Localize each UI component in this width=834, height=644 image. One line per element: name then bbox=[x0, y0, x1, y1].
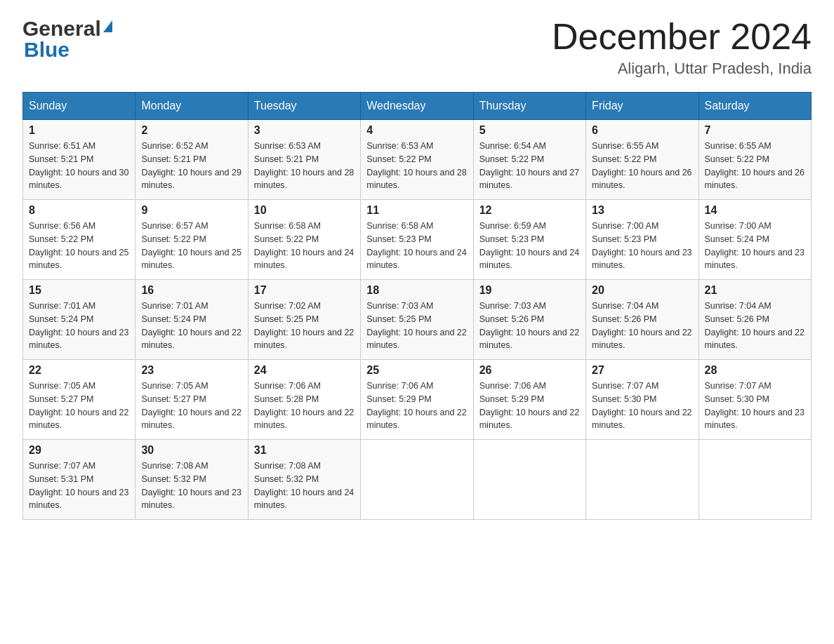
calendar-subtitle: Aligarh, Uttar Pradesh, India bbox=[552, 60, 812, 78]
calendar-table: SundayMondayTuesdayWednesdayThursdayFrid… bbox=[22, 92, 812, 520]
day-info: Sunrise: 7:05 AMSunset: 5:27 PMDaylight:… bbox=[141, 380, 241, 432]
day-info: Sunrise: 6:55 AMSunset: 5:22 PMDaylight:… bbox=[592, 140, 692, 192]
calendar-cell: 16Sunrise: 7:01 AMSunset: 5:24 PMDayligh… bbox=[135, 280, 248, 360]
day-number: 26 bbox=[479, 364, 580, 377]
calendar-cell: 31Sunrise: 7:08 AMSunset: 5:32 PMDayligh… bbox=[248, 440, 360, 520]
calendar-cell: 5Sunrise: 6:54 AMSunset: 5:22 PMDaylight… bbox=[473, 120, 585, 200]
day-number: 30 bbox=[141, 444, 241, 457]
calendar-cell bbox=[473, 440, 585, 520]
day-info: Sunrise: 7:08 AMSunset: 5:32 PMDaylight:… bbox=[254, 459, 355, 512]
day-number: 6 bbox=[592, 124, 692, 137]
page-header: General Blue December 2024 Aligarh, Utta… bbox=[22, 17, 812, 78]
calendar-cell: 4Sunrise: 6:53 AMSunset: 5:22 PMDaylight… bbox=[361, 120, 473, 200]
weekday-header-row: SundayMondayTuesdayWednesdayThursdayFrid… bbox=[23, 93, 812, 120]
calendar-cell bbox=[699, 440, 811, 520]
calendar-week-row: 15Sunrise: 7:01 AMSunset: 5:24 PMDayligh… bbox=[23, 280, 812, 360]
calendar-cell: 27Sunrise: 7:07 AMSunset: 5:30 PMDayligh… bbox=[586, 360, 699, 440]
day-info: Sunrise: 7:00 AMSunset: 5:24 PMDaylight:… bbox=[705, 220, 805, 272]
day-info: Sunrise: 7:08 AMSunset: 5:32 PMDaylight:… bbox=[141, 459, 241, 512]
logo-general: General bbox=[22, 17, 101, 41]
calendar-cell: 25Sunrise: 7:06 AMSunset: 5:29 PMDayligh… bbox=[361, 360, 473, 440]
day-number: 11 bbox=[366, 204, 467, 217]
calendar-cell: 15Sunrise: 7:01 AMSunset: 5:24 PMDayligh… bbox=[23, 280, 135, 360]
calendar-cell: 10Sunrise: 6:58 AMSunset: 5:22 PMDayligh… bbox=[248, 200, 360, 280]
calendar-week-row: 29Sunrise: 7:07 AMSunset: 5:31 PMDayligh… bbox=[23, 440, 812, 520]
day-number: 10 bbox=[254, 204, 355, 217]
day-info: Sunrise: 6:59 AMSunset: 5:23 PMDaylight:… bbox=[479, 220, 580, 272]
day-number: 3 bbox=[254, 124, 355, 137]
day-number: 31 bbox=[254, 444, 355, 457]
day-number: 16 bbox=[141, 284, 241, 297]
day-number: 19 bbox=[479, 284, 580, 297]
calendar-cell: 1Sunrise: 6:51 AMSunset: 5:21 PMDaylight… bbox=[23, 120, 135, 200]
weekday-header-saturday: Saturday bbox=[699, 93, 811, 120]
day-info: Sunrise: 7:01 AMSunset: 5:24 PMDaylight:… bbox=[141, 300, 241, 352]
day-info: Sunrise: 7:00 AMSunset: 5:23 PMDaylight:… bbox=[592, 220, 692, 272]
calendar-cell: 13Sunrise: 7:00 AMSunset: 5:23 PMDayligh… bbox=[586, 200, 699, 280]
calendar-cell: 26Sunrise: 7:06 AMSunset: 5:29 PMDayligh… bbox=[473, 360, 585, 440]
weekday-header-thursday: Thursday bbox=[473, 93, 585, 120]
logo-triangle-icon bbox=[103, 20, 112, 32]
calendar-title: December 2024 bbox=[552, 17, 812, 57]
day-info: Sunrise: 7:03 AMSunset: 5:26 PMDaylight:… bbox=[479, 300, 580, 352]
day-number: 20 bbox=[592, 284, 692, 297]
calendar-cell: 17Sunrise: 7:02 AMSunset: 5:25 PMDayligh… bbox=[248, 280, 360, 360]
day-info: Sunrise: 6:58 AMSunset: 5:22 PMDaylight:… bbox=[254, 220, 355, 272]
day-number: 27 bbox=[592, 364, 692, 377]
day-info: Sunrise: 7:07 AMSunset: 5:30 PMDaylight:… bbox=[592, 380, 692, 432]
day-number: 22 bbox=[29, 364, 129, 377]
calendar-cell: 28Sunrise: 7:07 AMSunset: 5:30 PMDayligh… bbox=[699, 360, 811, 440]
day-info: Sunrise: 6:58 AMSunset: 5:23 PMDaylight:… bbox=[366, 220, 467, 272]
calendar-cell: 6Sunrise: 6:55 AMSunset: 5:22 PMDaylight… bbox=[586, 120, 699, 200]
day-info: Sunrise: 7:07 AMSunset: 5:30 PMDaylight:… bbox=[705, 380, 805, 432]
day-info: Sunrise: 7:07 AMSunset: 5:31 PMDaylight:… bbox=[29, 459, 129, 512]
weekday-header-wednesday: Wednesday bbox=[361, 93, 473, 120]
day-info: Sunrise: 7:01 AMSunset: 5:24 PMDaylight:… bbox=[29, 300, 129, 352]
calendar-cell: 21Sunrise: 7:04 AMSunset: 5:26 PMDayligh… bbox=[699, 280, 811, 360]
calendar-cell: 22Sunrise: 7:05 AMSunset: 5:27 PMDayligh… bbox=[23, 360, 135, 440]
day-info: Sunrise: 7:04 AMSunset: 5:26 PMDaylight:… bbox=[705, 300, 805, 352]
calendar-body: 1Sunrise: 6:51 AMSunset: 5:21 PMDaylight… bbox=[23, 120, 812, 520]
day-info: Sunrise: 6:56 AMSunset: 5:22 PMDaylight:… bbox=[29, 220, 129, 272]
day-number: 5 bbox=[479, 124, 580, 137]
weekday-header-tuesday: Tuesday bbox=[248, 93, 360, 120]
day-info: Sunrise: 6:57 AMSunset: 5:22 PMDaylight:… bbox=[141, 220, 241, 272]
day-number: 13 bbox=[592, 204, 692, 217]
calendar-cell: 3Sunrise: 6:53 AMSunset: 5:21 PMDaylight… bbox=[248, 120, 360, 200]
day-info: Sunrise: 6:55 AMSunset: 5:22 PMDaylight:… bbox=[705, 140, 805, 192]
calendar-cell: 24Sunrise: 7:06 AMSunset: 5:28 PMDayligh… bbox=[248, 360, 360, 440]
calendar-cell: 8Sunrise: 6:56 AMSunset: 5:22 PMDaylight… bbox=[23, 200, 135, 280]
calendar-cell: 12Sunrise: 6:59 AMSunset: 5:23 PMDayligh… bbox=[473, 200, 585, 280]
day-number: 4 bbox=[366, 124, 467, 137]
day-number: 7 bbox=[705, 124, 805, 137]
day-number: 24 bbox=[254, 364, 355, 377]
day-info: Sunrise: 6:51 AMSunset: 5:21 PMDaylight:… bbox=[29, 140, 129, 192]
calendar-cell: 23Sunrise: 7:05 AMSunset: 5:27 PMDayligh… bbox=[135, 360, 248, 440]
calendar-cell: 30Sunrise: 7:08 AMSunset: 5:32 PMDayligh… bbox=[135, 440, 248, 520]
day-number: 2 bbox=[141, 124, 241, 137]
day-number: 17 bbox=[254, 284, 355, 297]
day-info: Sunrise: 7:05 AMSunset: 5:27 PMDaylight:… bbox=[29, 380, 129, 432]
day-number: 21 bbox=[705, 284, 805, 297]
calendar-week-row: 8Sunrise: 6:56 AMSunset: 5:22 PMDaylight… bbox=[23, 200, 812, 280]
day-info: Sunrise: 6:54 AMSunset: 5:22 PMDaylight:… bbox=[479, 140, 580, 192]
day-number: 12 bbox=[479, 204, 580, 217]
day-info: Sunrise: 7:02 AMSunset: 5:25 PMDaylight:… bbox=[254, 300, 355, 352]
calendar-cell bbox=[361, 440, 473, 520]
logo-blue: Blue bbox=[24, 38, 70, 62]
day-info: Sunrise: 7:06 AMSunset: 5:28 PMDaylight:… bbox=[254, 380, 355, 432]
day-info: Sunrise: 7:06 AMSunset: 5:29 PMDaylight:… bbox=[366, 380, 467, 432]
day-number: 14 bbox=[705, 204, 805, 217]
calendar-cell: 9Sunrise: 6:57 AMSunset: 5:22 PMDaylight… bbox=[135, 200, 248, 280]
day-info: Sunrise: 6:53 AMSunset: 5:22 PMDaylight:… bbox=[366, 140, 467, 192]
logo: General Blue bbox=[22, 17, 112, 62]
day-info: Sunrise: 7:04 AMSunset: 5:26 PMDaylight:… bbox=[592, 300, 692, 352]
calendar-cell: 7Sunrise: 6:55 AMSunset: 5:22 PMDaylight… bbox=[699, 120, 811, 200]
day-number: 9 bbox=[141, 204, 241, 217]
title-block: December 2024 Aligarh, Uttar Pradesh, In… bbox=[552, 17, 812, 78]
day-info: Sunrise: 6:52 AMSunset: 5:21 PMDaylight:… bbox=[141, 140, 241, 192]
calendar-cell: 18Sunrise: 7:03 AMSunset: 5:25 PMDayligh… bbox=[361, 280, 473, 360]
day-number: 15 bbox=[29, 284, 129, 297]
calendar-cell: 2Sunrise: 6:52 AMSunset: 5:21 PMDaylight… bbox=[135, 120, 248, 200]
calendar-cell bbox=[586, 440, 699, 520]
